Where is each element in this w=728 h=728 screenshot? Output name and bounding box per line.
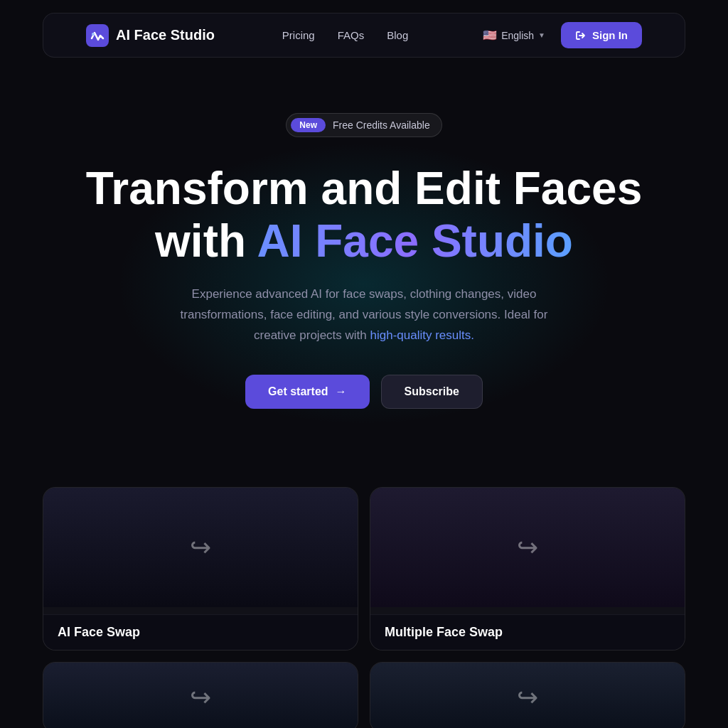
hero-title-line1: Transform and Edit Faces bbox=[86, 163, 642, 214]
swap-icon-1: ↪ bbox=[190, 532, 211, 562]
logo-text: AI Face Studio bbox=[116, 27, 215, 43]
nav-blog[interactable]: Blog bbox=[387, 29, 408, 41]
arrow-icon: → bbox=[336, 385, 347, 398]
swap-icon-3: ↪ bbox=[190, 682, 211, 712]
language-label: English bbox=[501, 30, 534, 41]
new-badge: New Free Credits Available bbox=[286, 113, 441, 137]
hero-title-line2-plain: with bbox=[155, 215, 257, 267]
card-image-3: ↪ bbox=[43, 663, 358, 728]
new-pill: New bbox=[291, 118, 326, 132]
hero-title-highlight: AI Face Studio bbox=[257, 215, 573, 267]
card-ai-face-swap[interactable]: ↪ AI Face Swap bbox=[43, 487, 358, 651]
hero-title: Transform and Edit Faces with AI Face St… bbox=[57, 163, 671, 267]
hero-section: New Free Credits Available Transform and… bbox=[0, 70, 728, 480]
hero-buttons: Get started → Subscribe bbox=[57, 375, 671, 409]
cards-grid: ↪ AI Face Swap ↪ Multiple Face Swap ↪ ↪ bbox=[0, 487, 728, 728]
sign-in-label: Sign In bbox=[592, 29, 628, 41]
nav-links: Pricing FAQs Blog bbox=[282, 29, 408, 41]
nav-right: 🇺🇸 English ▼ Sign In bbox=[476, 22, 642, 48]
hero-subtitle-text: Experience advanced AI for face swaps, c… bbox=[181, 287, 548, 342]
card-label-multiple-face-swap: Multiple Face Swap bbox=[370, 614, 685, 650]
subscribe-label: Subscribe bbox=[405, 385, 459, 397]
card-image-4: ↪ bbox=[370, 663, 685, 728]
get-started-button[interactable]: Get started → bbox=[245, 375, 369, 409]
chevron-down-icon: ▼ bbox=[538, 31, 545, 39]
sign-in-icon bbox=[575, 30, 587, 41]
language-selector[interactable]: 🇺🇸 English ▼ bbox=[476, 24, 552, 46]
svg-point-1 bbox=[92, 33, 95, 36]
card-image-ai-face-swap: ↪ bbox=[43, 488, 358, 607]
badge-text: Free Credits Available bbox=[333, 119, 430, 131]
hero-subtitle-link: high-quality results. bbox=[370, 328, 473, 342]
logo-icon bbox=[86, 24, 109, 47]
card-label-ai-face-swap: AI Face Swap bbox=[43, 614, 358, 650]
nav-faqs[interactable]: FAQs bbox=[338, 29, 365, 41]
card-multiple-face-swap[interactable]: ↪ Multiple Face Swap bbox=[370, 487, 685, 651]
card-4[interactable]: ↪ bbox=[370, 662, 685, 728]
hero-subtitle: Experience advanced AI for face swaps, c… bbox=[165, 284, 563, 346]
flag-icon: 🇺🇸 bbox=[483, 28, 497, 42]
nav-pricing[interactable]: Pricing bbox=[282, 29, 315, 41]
card-3[interactable]: ↪ bbox=[43, 662, 358, 728]
subscribe-button[interactable]: Subscribe bbox=[381, 375, 483, 409]
svg-rect-0 bbox=[86, 24, 109, 47]
swap-icon-2: ↪ bbox=[517, 532, 538, 562]
card-image-multiple-face-swap: ↪ bbox=[370, 488, 685, 607]
sign-in-button[interactable]: Sign In bbox=[561, 22, 642, 48]
navbar: AI Face Studio Pricing FAQs Blog 🇺🇸 Engl… bbox=[43, 13, 685, 58]
swap-icon-4: ↪ bbox=[517, 682, 538, 712]
logo-link[interactable]: AI Face Studio bbox=[86, 24, 215, 47]
get-started-label: Get started bbox=[268, 385, 328, 398]
